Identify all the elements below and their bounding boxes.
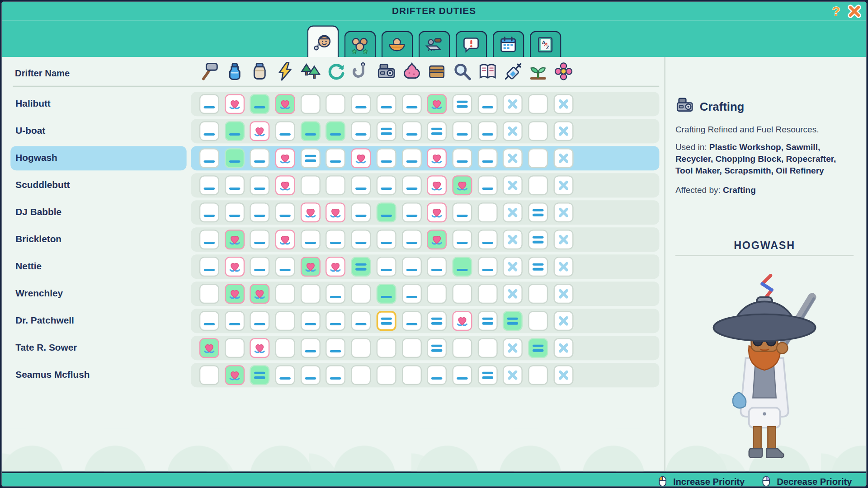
duty-cell-dash[interactable] — [225, 121, 245, 141]
duty-cell-dash[interactable] — [301, 338, 321, 358]
duty-cell-dash[interactable] — [199, 94, 219, 114]
duty-cell-dash[interactable] — [326, 365, 346, 385]
duty-cell-double[interactable] — [477, 365, 497, 385]
duty-cell-x[interactable] — [553, 175, 573, 195]
duty-cell-empty[interactable] — [376, 338, 396, 358]
magnifier-icon[interactable] — [453, 61, 472, 83]
duty-cell-empty[interactable] — [275, 284, 295, 304]
duty-cell-double[interactable] — [528, 338, 548, 358]
duty-cell-x[interactable] — [553, 284, 573, 304]
tab-tools[interactable] — [418, 31, 450, 57]
forest-icon[interactable] — [301, 61, 321, 83]
duty-cell-x[interactable] — [503, 284, 523, 304]
duty-cell-dash[interactable] — [351, 94, 371, 114]
duty-cell-empty[interactable] — [477, 338, 497, 358]
duty-cell-heart[interactable] — [275, 94, 295, 114]
duty-cell-dash[interactable] — [401, 121, 421, 141]
duty-cell-dash[interactable] — [452, 257, 472, 277]
duty-cell-dash[interactable] — [225, 202, 245, 222]
duty-cell-empty[interactable] — [452, 338, 472, 358]
duty-cell-dash[interactable] — [376, 230, 396, 249]
duty-cell-empty[interactable] — [528, 175, 548, 195]
close-button[interactable] — [847, 4, 862, 19]
tab-alerts[interactable] — [455, 31, 487, 57]
drifter-name[interactable]: Seamus Mcflush — [10, 363, 186, 387]
duty-cell-heart[interactable] — [275, 230, 295, 249]
duty-cell-empty[interactable] — [326, 94, 346, 114]
duty-cell-dash[interactable] — [477, 121, 497, 141]
duty-cell-dash[interactable] — [401, 175, 421, 195]
duty-cell-heart[interactable] — [427, 202, 447, 222]
duty-cell-empty[interactable] — [199, 365, 219, 385]
duty-cell-double[interactable] — [376, 311, 396, 331]
tab-schedule[interactable] — [492, 31, 524, 57]
duty-cell-dash[interactable] — [452, 202, 472, 222]
duty-cell-dash[interactable] — [199, 175, 219, 195]
duty-cell-empty[interactable] — [452, 284, 472, 304]
duty-cell-dash[interactable] — [275, 121, 295, 141]
duty-cell-double[interactable] — [452, 94, 472, 114]
duty-cell-empty[interactable] — [528, 365, 548, 385]
duty-cell-dash[interactable] — [401, 202, 421, 222]
duty-cell-dash[interactable] — [250, 175, 270, 195]
duty-cell-empty[interactable] — [376, 365, 396, 385]
duty-cell-dash[interactable] — [401, 311, 421, 331]
duty-cell-dash[interactable] — [225, 311, 245, 331]
duty-cell-double[interactable] — [528, 230, 548, 249]
duty-cell-x[interactable] — [503, 365, 523, 385]
duty-cell-x[interactable] — [503, 121, 523, 141]
duty-cell-dash[interactable] — [199, 257, 219, 277]
duty-cell-dash[interactable] — [326, 121, 346, 141]
duty-cell-x[interactable] — [503, 257, 523, 277]
duty-cell-dash[interactable] — [452, 365, 472, 385]
duty-cell-dash[interactable] — [376, 94, 396, 114]
duty-cell-dash[interactable] — [477, 148, 497, 168]
machine-icon[interactable] — [377, 61, 396, 83]
duty-cell-dash[interactable] — [477, 94, 497, 114]
hammer-icon[interactable] — [199, 61, 219, 83]
duty-cell-x[interactable] — [503, 202, 523, 222]
duty-cell-dash[interactable] — [401, 230, 421, 249]
duty-cell-dash[interactable] — [376, 284, 396, 304]
duty-cell-dash[interactable] — [452, 121, 472, 141]
duty-cell-empty[interactable] — [528, 94, 548, 114]
duty-cell-x[interactable] — [553, 121, 573, 141]
duty-cell-dash[interactable] — [199, 148, 219, 168]
duty-cell-heart[interactable] — [225, 365, 245, 385]
duty-cell-dash[interactable] — [326, 148, 346, 168]
duty-cell-empty[interactable] — [528, 311, 548, 331]
drifter-name[interactable]: Nettie — [10, 254, 186, 279]
duty-cell-dash[interactable] — [351, 202, 371, 222]
duty-cell-heart[interactable] — [199, 338, 219, 358]
duty-cell-dash[interactable] — [301, 121, 321, 141]
duty-cell-dash[interactable] — [351, 230, 371, 249]
duty-cell-dash[interactable] — [427, 257, 447, 277]
duty-cell-dash[interactable] — [326, 311, 346, 331]
duty-cell-heart[interactable] — [326, 202, 346, 222]
duty-cell-x[interactable] — [553, 365, 573, 385]
duty-cell-x[interactable] — [503, 338, 523, 358]
flask-icon[interactable] — [225, 61, 245, 83]
duty-cell-dash[interactable] — [376, 148, 396, 168]
duty-cell-x[interactable] — [553, 311, 573, 331]
drifter-name[interactable]: Dr. Patchwell — [10, 309, 186, 333]
duty-cell-heart[interactable] — [427, 148, 447, 168]
duty-cell-empty[interactable] — [199, 284, 219, 304]
duty-cell-x[interactable] — [553, 94, 573, 114]
duty-cell-x[interactable] — [553, 202, 573, 222]
sprout-icon[interactable] — [528, 61, 548, 83]
duty-cell-x[interactable] — [553, 338, 573, 358]
duty-cell-heart[interactable] — [225, 94, 245, 114]
duty-cell-dash[interactable] — [351, 311, 371, 331]
drifter-name[interactable]: U-boat — [10, 119, 186, 143]
hook-icon[interactable] — [351, 61, 371, 83]
compost-icon[interactable] — [402, 61, 422, 83]
duty-cell-empty[interactable] — [275, 338, 295, 358]
duty-cell-dash[interactable] — [326, 284, 346, 304]
duty-cell-dash[interactable] — [275, 365, 295, 385]
duty-cell-dash[interactable] — [250, 311, 270, 331]
duty-cell-heart[interactable] — [326, 257, 346, 277]
tab-food[interactable] — [381, 31, 413, 57]
duty-cell-empty[interactable] — [401, 365, 421, 385]
duty-cell-double[interactable] — [427, 338, 447, 358]
